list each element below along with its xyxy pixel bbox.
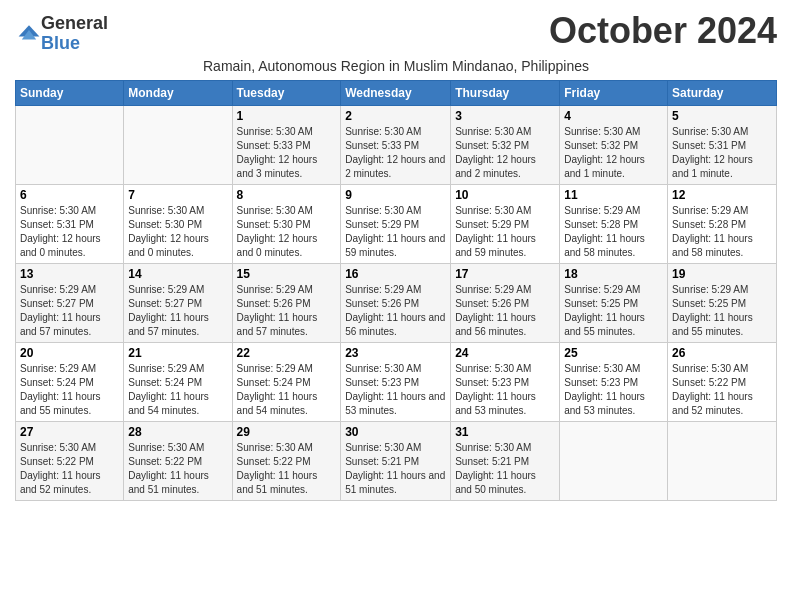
calendar-cell: 7Sunrise: 5:30 AM Sunset: 5:30 PM Daylig… [124, 184, 232, 263]
day-number: 17 [455, 267, 555, 281]
day-info: Sunrise: 5:30 AM Sunset: 5:30 PM Dayligh… [237, 204, 337, 260]
day-number: 4 [564, 109, 663, 123]
day-info: Sunrise: 5:29 AM Sunset: 5:25 PM Dayligh… [672, 283, 772, 339]
logo: General Blue [15, 14, 108, 54]
logo-icon [17, 22, 41, 46]
day-info: Sunrise: 5:30 AM Sunset: 5:22 PM Dayligh… [672, 362, 772, 418]
calendar-cell: 2Sunrise: 5:30 AM Sunset: 5:33 PM Daylig… [341, 105, 451, 184]
calendar-week-row: 1Sunrise: 5:30 AM Sunset: 5:33 PM Daylig… [16, 105, 777, 184]
day-info: Sunrise: 5:29 AM Sunset: 5:28 PM Dayligh… [564, 204, 663, 260]
calendar-cell: 23Sunrise: 5:30 AM Sunset: 5:23 PM Dayli… [341, 342, 451, 421]
day-info: Sunrise: 5:29 AM Sunset: 5:27 PM Dayligh… [128, 283, 227, 339]
calendar-cell: 27Sunrise: 5:30 AM Sunset: 5:22 PM Dayli… [16, 421, 124, 500]
day-number: 27 [20, 425, 119, 439]
day-number: 29 [237, 425, 337, 439]
calendar-cell: 6Sunrise: 5:30 AM Sunset: 5:31 PM Daylig… [16, 184, 124, 263]
calendar-cell: 26Sunrise: 5:30 AM Sunset: 5:22 PM Dayli… [668, 342, 777, 421]
day-number: 31 [455, 425, 555, 439]
calendar-header-row: SundayMondayTuesdayWednesdayThursdayFrid… [16, 80, 777, 105]
calendar-cell: 22Sunrise: 5:29 AM Sunset: 5:24 PM Dayli… [232, 342, 341, 421]
calendar-cell: 25Sunrise: 5:30 AM Sunset: 5:23 PM Dayli… [560, 342, 668, 421]
calendar-week-row: 20Sunrise: 5:29 AM Sunset: 5:24 PM Dayli… [16, 342, 777, 421]
day-number: 5 [672, 109, 772, 123]
day-number: 28 [128, 425, 227, 439]
weekday-header: Thursday [451, 80, 560, 105]
calendar-cell: 18Sunrise: 5:29 AM Sunset: 5:25 PM Dayli… [560, 263, 668, 342]
calendar-cell: 20Sunrise: 5:29 AM Sunset: 5:24 PM Dayli… [16, 342, 124, 421]
calendar-cell: 15Sunrise: 5:29 AM Sunset: 5:26 PM Dayli… [232, 263, 341, 342]
day-number: 20 [20, 346, 119, 360]
calendar-cell: 5Sunrise: 5:30 AM Sunset: 5:31 PM Daylig… [668, 105, 777, 184]
day-info: Sunrise: 5:29 AM Sunset: 5:26 PM Dayligh… [455, 283, 555, 339]
calendar-cell: 4Sunrise: 5:30 AM Sunset: 5:32 PM Daylig… [560, 105, 668, 184]
calendar-cell [560, 421, 668, 500]
day-info: Sunrise: 5:30 AM Sunset: 5:22 PM Dayligh… [128, 441, 227, 497]
calendar-cell: 31Sunrise: 5:30 AM Sunset: 5:21 PM Dayli… [451, 421, 560, 500]
day-number: 8 [237, 188, 337, 202]
day-info: Sunrise: 5:29 AM Sunset: 5:24 PM Dayligh… [20, 362, 119, 418]
calendar-cell: 9Sunrise: 5:30 AM Sunset: 5:29 PM Daylig… [341, 184, 451, 263]
day-info: Sunrise: 5:30 AM Sunset: 5:22 PM Dayligh… [20, 441, 119, 497]
day-number: 9 [345, 188, 446, 202]
day-number: 2 [345, 109, 446, 123]
day-number: 15 [237, 267, 337, 281]
weekday-header: Monday [124, 80, 232, 105]
logo-text: General Blue [41, 14, 108, 54]
day-info: Sunrise: 5:30 AM Sunset: 5:33 PM Dayligh… [345, 125, 446, 181]
day-number: 12 [672, 188, 772, 202]
weekday-header: Saturday [668, 80, 777, 105]
calendar-cell: 24Sunrise: 5:30 AM Sunset: 5:23 PM Dayli… [451, 342, 560, 421]
day-info: Sunrise: 5:29 AM Sunset: 5:24 PM Dayligh… [128, 362, 227, 418]
calendar-cell [124, 105, 232, 184]
weekday-header: Sunday [16, 80, 124, 105]
day-number: 10 [455, 188, 555, 202]
day-number: 16 [345, 267, 446, 281]
day-number: 7 [128, 188, 227, 202]
calendar-week-row: 13Sunrise: 5:29 AM Sunset: 5:27 PM Dayli… [16, 263, 777, 342]
weekday-header: Tuesday [232, 80, 341, 105]
calendar-cell: 16Sunrise: 5:29 AM Sunset: 5:26 PM Dayli… [341, 263, 451, 342]
day-number: 1 [237, 109, 337, 123]
day-number: 19 [672, 267, 772, 281]
calendar-cell: 29Sunrise: 5:30 AM Sunset: 5:22 PM Dayli… [232, 421, 341, 500]
day-info: Sunrise: 5:30 AM Sunset: 5:32 PM Dayligh… [455, 125, 555, 181]
day-number: 25 [564, 346, 663, 360]
calendar-table: SundayMondayTuesdayWednesdayThursdayFrid… [15, 80, 777, 501]
day-info: Sunrise: 5:30 AM Sunset: 5:23 PM Dayligh… [345, 362, 446, 418]
day-number: 21 [128, 346, 227, 360]
day-number: 22 [237, 346, 337, 360]
calendar-cell: 3Sunrise: 5:30 AM Sunset: 5:32 PM Daylig… [451, 105, 560, 184]
day-number: 18 [564, 267, 663, 281]
calendar-cell: 28Sunrise: 5:30 AM Sunset: 5:22 PM Dayli… [124, 421, 232, 500]
subtitle: Ramain, Autonomous Region in Muslim Mind… [15, 58, 777, 74]
day-number: 30 [345, 425, 446, 439]
day-info: Sunrise: 5:30 AM Sunset: 5:23 PM Dayligh… [455, 362, 555, 418]
day-info: Sunrise: 5:30 AM Sunset: 5:21 PM Dayligh… [345, 441, 446, 497]
calendar-cell [668, 421, 777, 500]
day-info: Sunrise: 5:29 AM Sunset: 5:28 PM Dayligh… [672, 204, 772, 260]
day-number: 11 [564, 188, 663, 202]
page-header: General Blue October 2024 [15, 10, 777, 54]
calendar-cell: 14Sunrise: 5:29 AM Sunset: 5:27 PM Dayli… [124, 263, 232, 342]
calendar-cell [16, 105, 124, 184]
calendar-cell: 30Sunrise: 5:30 AM Sunset: 5:21 PM Dayli… [341, 421, 451, 500]
day-info: Sunrise: 5:29 AM Sunset: 5:24 PM Dayligh… [237, 362, 337, 418]
calendar-cell: 12Sunrise: 5:29 AM Sunset: 5:28 PM Dayli… [668, 184, 777, 263]
day-info: Sunrise: 5:29 AM Sunset: 5:27 PM Dayligh… [20, 283, 119, 339]
calendar-cell: 13Sunrise: 5:29 AM Sunset: 5:27 PM Dayli… [16, 263, 124, 342]
day-info: Sunrise: 5:30 AM Sunset: 5:21 PM Dayligh… [455, 441, 555, 497]
day-number: 23 [345, 346, 446, 360]
month-title: October 2024 [549, 10, 777, 52]
day-number: 26 [672, 346, 772, 360]
day-info: Sunrise: 5:29 AM Sunset: 5:25 PM Dayligh… [564, 283, 663, 339]
calendar-week-row: 6Sunrise: 5:30 AM Sunset: 5:31 PM Daylig… [16, 184, 777, 263]
day-info: Sunrise: 5:30 AM Sunset: 5:22 PM Dayligh… [237, 441, 337, 497]
calendar-week-row: 27Sunrise: 5:30 AM Sunset: 5:22 PM Dayli… [16, 421, 777, 500]
day-info: Sunrise: 5:30 AM Sunset: 5:30 PM Dayligh… [128, 204, 227, 260]
weekday-header: Friday [560, 80, 668, 105]
calendar-cell: 1Sunrise: 5:30 AM Sunset: 5:33 PM Daylig… [232, 105, 341, 184]
calendar-cell: 21Sunrise: 5:29 AM Sunset: 5:24 PM Dayli… [124, 342, 232, 421]
day-info: Sunrise: 5:29 AM Sunset: 5:26 PM Dayligh… [237, 283, 337, 339]
day-info: Sunrise: 5:30 AM Sunset: 5:29 PM Dayligh… [455, 204, 555, 260]
calendar-cell: 8Sunrise: 5:30 AM Sunset: 5:30 PM Daylig… [232, 184, 341, 263]
